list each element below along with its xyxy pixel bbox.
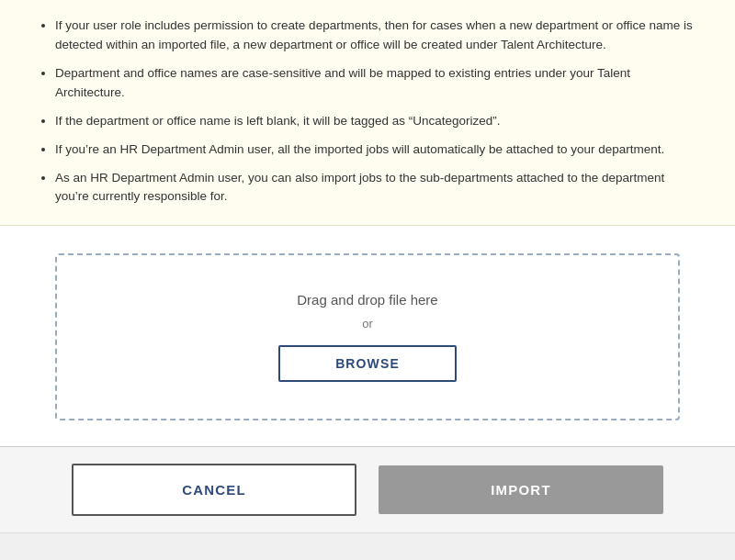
or-text: or [362, 317, 373, 330]
info-list: If your user role includes permission to… [37, 17, 698, 207]
import-button[interactable]: IMPORT [379, 465, 663, 514]
cancel-button[interactable]: CANCEL [72, 464, 356, 516]
bottom-bar [0, 532, 735, 560]
main-content: If your user role includes permission to… [0, 0, 735, 446]
info-bullet: As an HR Department Admin user, you can … [55, 169, 698, 207]
info-section: If your user role includes permission to… [0, 0, 735, 226]
dropzone-section: Drag and drop file here or BROWSE [0, 226, 735, 446]
info-bullet: If your user role includes permission to… [55, 17, 698, 55]
drag-drop-text: Drag and drop file here [297, 292, 437, 308]
info-bullet: If the department or office name is left… [55, 112, 698, 131]
browse-button[interactable]: BROWSE [278, 345, 457, 382]
info-bullet: Department and office names are case-sen… [55, 64, 698, 103]
footer: CANCEL IMPORT [0, 447, 735, 532]
dropzone[interactable]: Drag and drop file here or BROWSE [55, 253, 680, 420]
info-bullet: If you’re an HR Department Admin user, a… [55, 140, 698, 160]
